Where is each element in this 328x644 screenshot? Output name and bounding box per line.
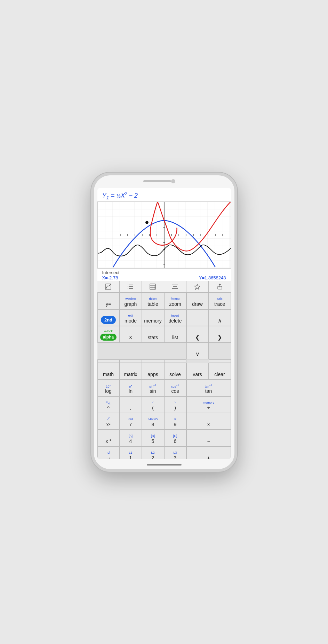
draw-btn[interactable]: draw <box>186 293 209 309</box>
calculator-area: y= window graph tblset table format zoom… <box>97 281 231 459</box>
function-row: y= window graph tblset table format zoom… <box>97 293 231 309</box>
9-btn[interactable]: π 9 <box>164 413 186 430</box>
formula-area: Y1 = ½X2 − 2 <box>97 188 231 202</box>
delete-btn[interactable]: insert delete <box>164 309 186 326</box>
x-btn[interactable]: X <box>120 326 142 343</box>
table-btn[interactable]: tblset table <box>142 293 164 309</box>
6-btn[interactable]: [C] 6 <box>164 430 186 446</box>
trig-row: 10x log ex ln sin−1 sin cos−1 cos tan−1 <box>97 380 231 396</box>
3-btn[interactable]: L3 3 <box>164 446 186 459</box>
apps-btn[interactable]: apps <box>142 363 164 380</box>
right-arrow-btn[interactable]: ❯ <box>209 326 231 343</box>
svg-point-31 <box>128 288 128 289</box>
math-btn[interactable]: math <box>97 363 120 380</box>
svg-point-29 <box>128 285 128 285</box>
vars-btn[interactable]: vars <box>186 363 209 380</box>
graph-icon[interactable] <box>97 281 120 292</box>
down-arrow-row: ∨ <box>97 343 231 363</box>
multiply-btn[interactable]: × <box>186 413 231 430</box>
cos-btn[interactable]: cos−1 cos <box>164 380 186 396</box>
num-row1: √‾ x² n/d 7 >F<>D 8 π 9 × <box>97 413 231 430</box>
num-row2: x−1 [A] 4 [B] 5 [C] 6 − <box>97 430 231 446</box>
5-btn[interactable]: [B] 5 <box>142 430 164 446</box>
svg-point-30 <box>128 286 128 287</box>
solve-btn[interactable]: solve <box>164 363 186 380</box>
svg-rect-32 <box>150 284 155 289</box>
tan-btn[interactable]: tan−1 tan <box>186 380 231 396</box>
graph-btn[interactable]: window graph <box>120 293 142 309</box>
svg-marker-40 <box>194 284 200 289</box>
4-btn[interactable]: [A] 4 <box>120 430 142 446</box>
matrix-btn[interactable]: matrix <box>120 363 142 380</box>
alpha-btn[interactable]: A-lock alpha <box>97 326 120 343</box>
alpha-row: A-lock alpha X stats list ❮ <box>97 326 231 343</box>
math-row: math matrix apps solve vars <box>97 363 231 380</box>
intersect-label: Intersect <box>102 270 226 275</box>
graph-area[interactable] <box>97 201 231 269</box>
svg-point-24 <box>145 221 149 224</box>
2nd-btn[interactable]: 2nd <box>97 309 120 326</box>
power-btn[interactable]: x√( ^ <box>97 396 120 413</box>
up-arrow-btn[interactable]: ∧ <box>209 309 231 326</box>
comma-btn[interactable]: , <box>120 396 142 413</box>
clear-btn[interactable]: clear <box>209 363 231 380</box>
second-row: 2nd exit mode memory insert delete <box>97 309 231 326</box>
home-indicator <box>147 464 182 466</box>
close-paren-btn[interactable]: } ) <box>164 396 186 413</box>
empty-btn1 <box>186 309 209 326</box>
list-btn[interactable]: list <box>164 326 186 343</box>
down-arrow-btn[interactable]: ∨ <box>186 343 209 359</box>
icon-row <box>97 281 231 293</box>
x-squared-btn[interactable]: √‾ x² <box>97 413 120 430</box>
screen: Y1 = ½X2 − 2 <box>97 188 231 459</box>
8-btn[interactable]: >F<>D 8 <box>142 413 164 430</box>
minus-btn[interactable]: − <box>186 430 231 446</box>
align-icon[interactable] <box>164 281 186 292</box>
left-arrow-btn[interactable]: ❮ <box>186 326 209 343</box>
open-paren-btn[interactable]: { ( <box>142 396 164 413</box>
plus-btn[interactable]: + <box>186 446 231 459</box>
list-icon[interactable] <box>120 281 142 292</box>
2-btn[interactable]: L2 2 <box>142 446 164 459</box>
intersect-area: Intersect X=-2.78 Y=1.8658248 <box>97 269 231 281</box>
memory-btn[interactable]: memory <box>142 309 164 326</box>
ln-btn[interactable]: ex ln <box>120 380 142 396</box>
mode-btn[interactable]: exit mode <box>120 309 142 326</box>
ops-row1: x√( ^ , { ( } ) memory ÷ <box>97 396 231 413</box>
7-btn[interactable]: n/d 7 <box>120 413 142 430</box>
stats-btn[interactable]: stats <box>142 326 164 343</box>
x-inverse-btn[interactable]: x−1 <box>97 430 120 446</box>
trace-btn[interactable]: calc trace <box>209 293 231 309</box>
store-btn[interactable]: rcl → <box>97 446 120 459</box>
table-icon[interactable] <box>142 281 164 292</box>
zoom-btn[interactable]: format zoom <box>164 293 186 309</box>
x-coord: X=-2.78 <box>102 275 118 280</box>
log-btn[interactable]: 10x log <box>97 380 120 396</box>
sin-btn[interactable]: sin−1 sin <box>142 380 164 396</box>
intersect-coords: X=-2.78 Y=1.8658248 <box>102 275 226 280</box>
y-equals-btn[interactable]: y= <box>97 293 120 309</box>
phone-frame: Y1 = ½X2 − 2 <box>91 173 237 472</box>
star-icon[interactable] <box>186 281 209 292</box>
1-btn[interactable]: L1 1 <box>120 446 142 459</box>
num-row3: rcl → L1 1 L2 2 L3 3 + <box>97 446 231 459</box>
share-icon[interactable] <box>209 281 231 292</box>
divide-btn[interactable]: memory ÷ <box>186 396 231 413</box>
formula-display: Y1 = ½X2 − 2 <box>102 191 226 200</box>
y-coord: Y=1.8658248 <box>199 275 226 280</box>
